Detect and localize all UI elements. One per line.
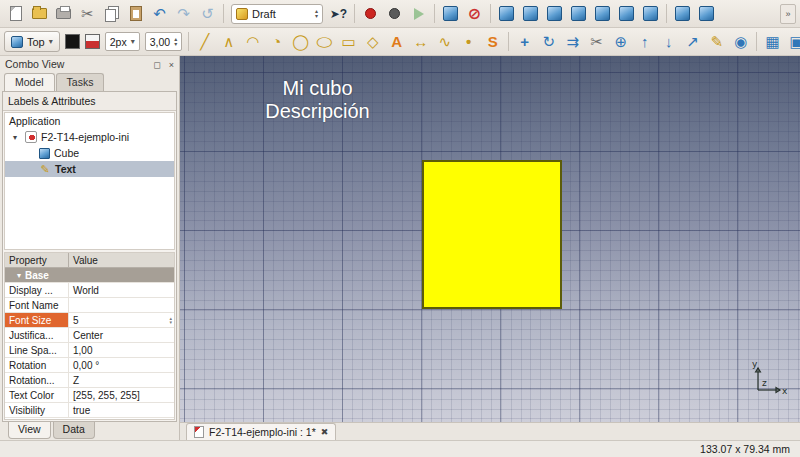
- property-row-rotation-axis[interactable]: Rotation... Z: [5, 373, 174, 388]
- macro-record-button[interactable]: [359, 2, 382, 25]
- view-top-button[interactable]: [543, 2, 566, 25]
- main-area: Combo View ◻ × Model Tasks Labels & Attr…: [0, 56, 800, 440]
- draft-text-button[interactable]: A: [385, 30, 408, 53]
- property-value[interactable]: Z: [69, 373, 174, 387]
- refresh-button[interactable]: ↺: [196, 2, 219, 25]
- draft-subelement-button[interactable]: ◉: [729, 30, 752, 53]
- property-row-text-color[interactable]: Text Color [255, 255, 255]: [5, 388, 174, 403]
- view-axonometric-button[interactable]: [671, 2, 694, 25]
- redo-button[interactable]: ↷: [172, 2, 195, 25]
- view-rear-button[interactable]: [591, 2, 614, 25]
- draft-array-button[interactable]: ▦: [761, 30, 784, 53]
- property-row-font-name[interactable]: Font Name: [5, 298, 174, 313]
- draft-trimex-button[interactable]: ✂: [585, 30, 608, 53]
- paste-button[interactable]: [124, 2, 147, 25]
- property-value[interactable]: 1,00: [69, 343, 174, 357]
- toolbar-overflow-button[interactable]: »: [780, 4, 796, 24]
- view-axonometric-alt-button[interactable]: [695, 2, 718, 25]
- dock-float-icon[interactable]: ◻: [153, 60, 160, 70]
- property-value[interactable]: [255, 255, 255]: [69, 388, 174, 402]
- draft-scale-button[interactable]: ↗: [681, 30, 704, 53]
- line-width-select[interactable]: 2px ▾: [105, 32, 140, 51]
- axis-x-label: x: [782, 386, 788, 396]
- property-row-visibility[interactable]: Visibility true: [5, 403, 174, 418]
- draft-dimension-button[interactable]: ↔: [409, 30, 432, 53]
- tree-item-cube[interactable]: Cube: [5, 145, 174, 161]
- whats-this-button[interactable]: ➤?: [327, 2, 350, 25]
- property-row-rotation[interactable]: Rotation 0,00 °: [5, 358, 174, 373]
- draft-offset-button[interactable]: ⇉: [561, 30, 584, 53]
- draft-circle-button[interactable]: ◯: [289, 30, 312, 53]
- draft-join-button[interactable]: ⊕: [609, 30, 632, 53]
- draft-line-button[interactable]: ╱: [193, 30, 216, 53]
- copy-button[interactable]: [100, 2, 123, 25]
- tree-expander-icon[interactable]: ▾: [13, 133, 21, 142]
- draft-rotate-button[interactable]: ↻: [537, 30, 560, 53]
- draft-bspline-button[interactable]: ∿: [433, 30, 456, 53]
- draft-text-object[interactable]: Mi cubo Descripción: [235, 77, 400, 123]
- undo-button[interactable]: ↶: [148, 2, 171, 25]
- property-column-header[interactable]: Property: [5, 253, 69, 267]
- draft-move-button[interactable]: +: [513, 30, 536, 53]
- value-column-header[interactable]: Value: [69, 253, 174, 267]
- cut-button[interactable]: ✂: [76, 2, 99, 25]
- property-value[interactable]: true: [69, 403, 174, 417]
- draft-upgrade-button[interactable]: ↑: [633, 30, 656, 53]
- tab-view[interactable]: View: [8, 422, 51, 439]
- labels-attributes-header[interactable]: Labels & Attributes: [3, 92, 176, 111]
- property-value[interactable]: 0,00 °: [69, 358, 174, 372]
- view-front-button[interactable]: [519, 2, 542, 25]
- document-label: F2-T14-ejemplo-ini: [41, 131, 129, 143]
- close-tab-icon[interactable]: ✖: [321, 427, 329, 437]
- draw-style-button[interactable]: ⊘: [463, 2, 486, 25]
- tree-item-application[interactable]: Application: [5, 113, 174, 129]
- property-name: Justifica...: [5, 328, 69, 342]
- document-tab[interactable]: F2-T14-ejemplo-ini : 1* ✖: [186, 423, 336, 440]
- draft-polygon-button[interactable]: ◇: [361, 30, 384, 53]
- workbench-selector[interactable]: Draft ▴▾: [231, 4, 323, 24]
- draft-downgrade-button[interactable]: ↓: [657, 30, 680, 53]
- tab-model[interactable]: Model: [4, 73, 55, 91]
- draft-rectangle-button[interactable]: ▭: [337, 30, 360, 53]
- property-value[interactable]: Center: [69, 328, 174, 342]
- draft-ellipse-button[interactable]: ◯: [313, 34, 336, 50]
- dock-close-icon[interactable]: ×: [169, 60, 174, 70]
- macro-play-button[interactable]: [407, 2, 430, 25]
- tab-data[interactable]: Data: [53, 422, 95, 439]
- property-value[interactable]: 5 ▴▾: [69, 313, 174, 327]
- text-size-spinbox[interactable]: 3,00 ▴▾: [145, 32, 182, 51]
- draft-clone-button[interactable]: ▣: [785, 30, 800, 53]
- draft-shapestring-button[interactable]: S: [481, 30, 504, 53]
- draft-point-button[interactable]: •: [457, 30, 480, 53]
- property-value[interactable]: World: [69, 283, 174, 297]
- view-bottom-button[interactable]: [615, 2, 638, 25]
- property-row-font-size[interactable]: Font Size 5 ▴▾: [5, 313, 174, 328]
- property-group-base[interactable]: ▾ Base: [5, 268, 174, 283]
- spinner-icon[interactable]: ▴▾: [169, 316, 172, 325]
- new-file-button[interactable]: [4, 2, 27, 25]
- cube-top-face[interactable]: [422, 160, 562, 309]
- fit-all-button[interactable]: [439, 2, 462, 25]
- property-value[interactable]: [69, 298, 174, 312]
- face-color-swatch[interactable]: [85, 34, 100, 49]
- tree-item-text[interactable]: ✎ Text: [5, 161, 174, 177]
- view-isometric-button[interactable]: [495, 2, 518, 25]
- working-plane-button[interactable]: Top ▾: [4, 31, 60, 52]
- open-file-button[interactable]: [28, 2, 51, 25]
- view-left-button[interactable]: [639, 2, 662, 25]
- draft-polyline-button[interactable]: ∧: [217, 30, 240, 53]
- tab-tasks[interactable]: Tasks: [56, 73, 105, 91]
- print-button[interactable]: [52, 2, 75, 25]
- macro-stop-button[interactable]: [383, 2, 406, 25]
- line-color-swatch[interactable]: [65, 34, 80, 49]
- draft-edit-button[interactable]: ✎: [705, 30, 728, 53]
- property-row-justification[interactable]: Justifica... Center: [5, 328, 174, 343]
- property-row-line-spacing[interactable]: Line Spa... 1,00: [5, 343, 174, 358]
- fit-all-icon: [443, 6, 458, 21]
- draft-arc-button[interactable]: ◔: [265, 30, 288, 53]
- 3d-viewport[interactable]: Mi cubo Descripción x y z: [180, 56, 800, 422]
- tree-item-document[interactable]: ▾ F2-T14-ejemplo-ini: [5, 129, 174, 145]
- draft-fillet-button[interactable]: ◠: [241, 30, 264, 53]
- view-right-button[interactable]: [567, 2, 590, 25]
- property-row-display[interactable]: Display ... World: [5, 283, 174, 298]
